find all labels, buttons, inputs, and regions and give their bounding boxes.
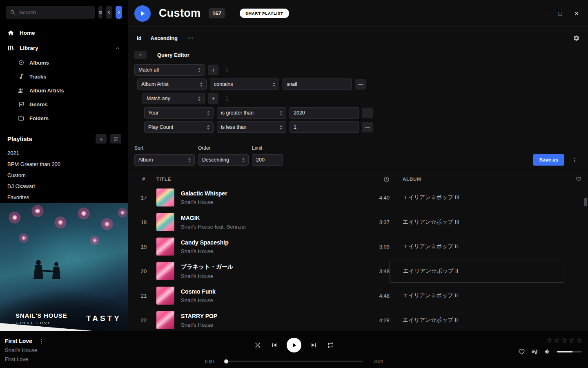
order-select[interactable]: Descending	[198, 154, 249, 166]
playlist-item[interactable]: 2021	[0, 148, 128, 159]
rule-field-select[interactable]: Year	[144, 107, 214, 119]
column-number[interactable]: #	[138, 177, 150, 182]
rule-value-input[interactable]	[294, 124, 355, 130]
seek-bar[interactable]	[225, 361, 363, 362]
sort-direction-button[interactable]: Ascending	[151, 35, 178, 41]
track-album[interactable]: エイリアン☆ポップ II	[390, 234, 569, 259]
star-icon[interactable]: ☆	[569, 337, 575, 344]
sort-field-button[interactable]: Id	[137, 35, 142, 41]
rule-value-field	[290, 121, 359, 133]
playlist-header: Custom 167 SMART PLAYLIST – □ ✕	[128, 0, 588, 27]
rule-value-input[interactable]	[294, 110, 355, 116]
remove-rule-button[interactable]: —	[362, 122, 373, 132]
queue-button[interactable]	[531, 348, 538, 355]
track-row[interactable]: 21 Cosmo Funk Snail's House 4:48 エイリアン☆ポ…	[128, 283, 588, 308]
group-menu-button[interactable]: ⋮	[222, 65, 232, 75]
repeat-button[interactable]	[327, 341, 334, 349]
save-menu-button[interactable]: ⋮	[569, 155, 580, 165]
sidebar-item-label: Album Artists	[29, 88, 64, 94]
favorite-button[interactable]	[518, 348, 525, 355]
sidebar-item-home[interactable]: Home	[0, 25, 128, 40]
track-row[interactable]: 19 Candy Spaceship Snail's House 3:09 エイ…	[128, 234, 588, 259]
match-mode-select[interactable]: Match all	[134, 64, 205, 76]
next-track-button[interactable]	[310, 341, 318, 349]
track-album[interactable]: エイリアン☆ポップ II	[390, 308, 569, 332]
track-meta: Galactic Whisper Snail's House	[181, 190, 367, 205]
playlist-item[interactable]: Custom	[0, 170, 128, 181]
seek-handle[interactable]	[224, 359, 228, 364]
track-duration: 4:28	[367, 317, 390, 323]
search-input[interactable]	[19, 9, 91, 16]
track-album[interactable]: エイリアン☆ポップ III	[390, 185, 569, 210]
track-table-header[interactable]: # TITLE ALBUM	[128, 173, 588, 185]
playlist-item[interactable]: Favorites	[0, 192, 128, 203]
track-row[interactable]: 20 プラネット・ガール Snail's House 3:48 エイリアン☆ポッ…	[128, 259, 588, 283]
group-menu-button[interactable]: ⋮	[222, 93, 232, 104]
add-rule-button[interactable]: +	[208, 93, 218, 104]
star-icon[interactable]: ☆	[546, 337, 552, 344]
play-playlist-button[interactable]	[134, 5, 151, 22]
rule-operator-select[interactable]: contains	[210, 79, 279, 90]
star-icon[interactable]: ☆	[554, 337, 560, 344]
scrollbar-thumb[interactable]	[584, 198, 587, 206]
column-duration[interactable]	[367, 176, 390, 182]
nav-forward-button[interactable]	[116, 6, 122, 19]
shuffle-button[interactable]	[254, 341, 261, 349]
now-playing-menu-button[interactable]: ⋮	[39, 338, 44, 344]
volume-icon-button[interactable]	[544, 348, 551, 355]
sidebar-item-folders[interactable]: Folders	[0, 111, 128, 125]
more-options-button[interactable]: ⋯	[187, 34, 194, 42]
rule-field-select[interactable]: Play Count	[144, 121, 214, 133]
track-album-focused[interactable]: エイリアン☆ポップ II	[390, 260, 564, 283]
star-icon[interactable]: ☆	[576, 337, 582, 344]
play-pause-button[interactable]	[287, 338, 301, 352]
collapse-query-editor-button[interactable]	[134, 51, 147, 59]
playlist-list-button[interactable]	[110, 134, 121, 144]
menu-button[interactable]: ≡	[98, 6, 102, 19]
track-thumbnail	[156, 262, 174, 280]
sidebar-item-albums[interactable]: Albums	[0, 56, 128, 70]
sidebar-item-tracks[interactable]: Tracks	[0, 70, 128, 83]
minimize-button[interactable]: –	[543, 10, 546, 17]
sort-select[interactable]: Album	[134, 154, 195, 166]
chevron-up-icon[interactable]	[115, 45, 120, 51]
column-title[interactable]: TITLE	[156, 177, 367, 182]
remove-rule-button[interactable]: —	[355, 79, 366, 90]
rule-field-select[interactable]: Album Artist	[137, 79, 207, 90]
track-album[interactable]: エイリアン☆ポップ III	[390, 210, 569, 234]
sidebar-item-album-artists[interactable]: Album Artists	[0, 83, 128, 97]
track-row[interactable]: 17 Galactic Whisper Snail's House 4:40 エ…	[128, 185, 588, 210]
maximize-button[interactable]: □	[559, 10, 562, 17]
window-controls: – □ ✕	[543, 10, 579, 17]
playlist-item[interactable]: DJ Okawari	[0, 181, 128, 192]
add-rule-button[interactable]: +	[208, 65, 218, 75]
track-row[interactable]: 22 STARRY POP Snail's House 4:28 エイリアン☆ポ…	[128, 308, 588, 332]
track-album[interactable]: エイリアン☆ポップ II	[390, 283, 569, 308]
remove-rule-button[interactable]: —	[362, 108, 373, 118]
search-box[interactable]	[6, 6, 95, 19]
limit-input[interactable]	[256, 157, 279, 163]
sort-actions: Save as ⋮	[533, 154, 580, 166]
sidebar-item-library[interactable]: Library	[0, 40, 128, 56]
previous-track-button[interactable]	[270, 341, 278, 349]
column-favorite[interactable]	[569, 176, 588, 182]
column-album[interactable]: ALBUM	[390, 177, 569, 182]
volume-slider[interactable]	[557, 351, 582, 352]
rule-operator-select[interactable]: is less than	[217, 121, 286, 133]
sidebar-item-genres[interactable]: Genres	[0, 97, 128, 111]
star-icon[interactable]: ☆	[561, 337, 567, 344]
add-playlist-button[interactable]: +	[96, 134, 107, 144]
query-rule: Album Artist contains —	[128, 79, 588, 90]
settings-button[interactable]	[573, 35, 580, 42]
select-arrows-icon	[242, 158, 245, 162]
rule-value-input[interactable]	[287, 81, 348, 87]
save-as-button[interactable]: Save as	[533, 154, 564, 166]
track-list: 17 Galactic Whisper Snail's House 4:40 エ…	[128, 185, 588, 332]
track-row[interactable]: 18 MAGIK Snail's House feat. Sennzai 3:3…	[128, 210, 588, 234]
nav-back-button[interactable]	[106, 6, 112, 19]
close-button[interactable]: ✕	[574, 10, 579, 17]
rule-operator-select[interactable]: is greater than	[217, 107, 286, 119]
playlist-item[interactable]: BPM Greater than 200	[0, 159, 128, 170]
match-mode-select[interactable]: Match any	[143, 93, 205, 104]
now-playing-artwork[interactable]: SNAIL'S HOUSE FIRST LOVE TASTY	[0, 203, 128, 331]
